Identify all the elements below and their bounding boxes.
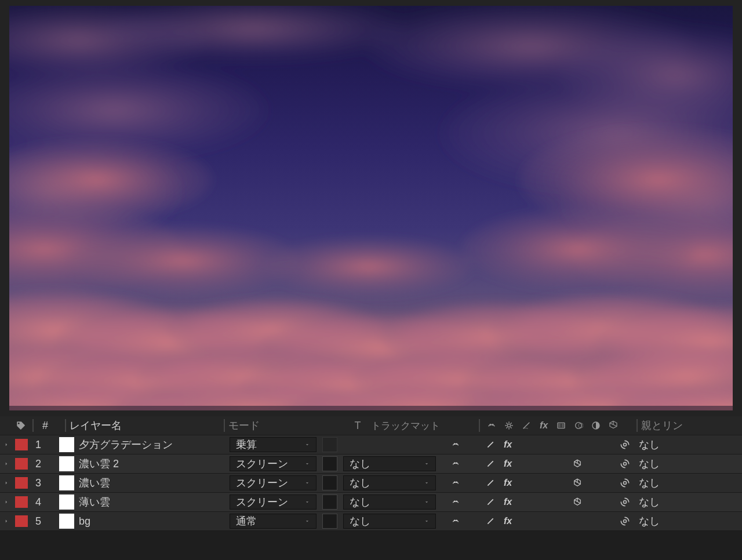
pickwhip-icon[interactable]	[618, 457, 632, 471]
track-matte-dropdown[interactable]: なし	[343, 514, 436, 529]
3d-switch[interactable]	[569, 494, 585, 510]
adjustment-switch[interactable]	[552, 437, 568, 452]
quality-switch[interactable]	[482, 514, 499, 529]
track-matte-column-header[interactable]: トラックマット	[371, 419, 475, 432]
mode-column-header[interactable]: モード	[228, 419, 344, 432]
adjustment-switch[interactable]	[552, 456, 568, 471]
collapse-switch[interactable]	[465, 456, 481, 471]
adjustment-switch[interactable]	[552, 514, 568, 529]
index-column-header[interactable]: #	[37, 420, 53, 432]
shy-switch[interactable]	[448, 494, 464, 510]
fx-switch[interactable]: fx	[500, 494, 516, 510]
track-matte-toggle[interactable]	[322, 494, 337, 510]
twirl-open-icon[interactable]	[0, 499, 13, 505]
track-matte-toggle[interactable]	[322, 437, 337, 452]
twirl-open-icon[interactable]	[0, 480, 13, 486]
motion-blur-switch[interactable]	[534, 437, 551, 452]
3d-switch[interactable]	[569, 514, 585, 529]
blend-mode-dropdown[interactable]: 乗算	[230, 437, 317, 452]
parent-value[interactable]: なし	[639, 438, 660, 452]
fx-switch[interactable]: fx	[500, 475, 516, 490]
3d-switch[interactable]	[569, 456, 585, 471]
track-matte-toggle[interactable]	[322, 514, 337, 529]
quality-switch[interactable]	[482, 437, 499, 452]
parent-column-header[interactable]: 親とリン	[641, 419, 734, 432]
layer-source-swatch[interactable]	[59, 514, 74, 529]
layer-row[interactable]: 3 濃い雲 スクリーン なし fx なし	[0, 474, 742, 493]
frame-blend-switch[interactable]	[517, 494, 533, 510]
shy-switch[interactable]	[448, 514, 464, 529]
layer-name[interactable]: 夕方グラデーション	[79, 438, 230, 452]
motion-blur-switch[interactable]	[534, 475, 551, 490]
layer-source-swatch[interactable]	[59, 456, 74, 471]
pickwhip-icon[interactable]	[618, 514, 632, 528]
layer-label-color[interactable]	[15, 515, 28, 527]
collapse-switch[interactable]	[465, 437, 481, 452]
blend-mode-dropdown[interactable]: スクリーン	[230, 494, 317, 510]
3d-switch[interactable]	[569, 437, 585, 452]
motion-blur-header-icon[interactable]	[570, 421, 587, 430]
parent-value[interactable]: なし	[639, 495, 660, 509]
track-matte-toggle[interactable]	[322, 475, 337, 490]
fx-switch[interactable]: fx	[500, 437, 516, 452]
layer-name[interactable]: bg	[79, 515, 230, 528]
frame-blend-switch[interactable]	[517, 437, 533, 452]
parent-value[interactable]: なし	[639, 476, 660, 490]
twirl-open-icon[interactable]	[0, 442, 13, 448]
blend-mode-dropdown[interactable]: 通常	[230, 514, 317, 529]
track-matte-toggle[interactable]	[322, 456, 337, 471]
fx-switch[interactable]: fx	[500, 456, 516, 471]
adjustment-header-icon[interactable]	[588, 421, 604, 430]
frame-blend-switch[interactable]	[517, 475, 533, 490]
motion-blur-switch[interactable]	[534, 456, 551, 471]
layer-label-color[interactable]	[15, 458, 28, 470]
3d-switch-header-icon[interactable]	[605, 420, 621, 431]
parent-value[interactable]: なし	[639, 514, 660, 528]
quality-switch[interactable]	[482, 475, 499, 490]
layer-row[interactable]: 1 夕方グラデーション 乗算 fx なし	[0, 435, 742, 454]
shy-switch[interactable]	[448, 437, 464, 452]
layer-name[interactable]: 薄い雲	[79, 495, 230, 509]
collapse-switch[interactable]	[465, 514, 481, 529]
track-matte-dropdown[interactable]: なし	[343, 456, 436, 471]
blend-mode-dropdown[interactable]: スクリーン	[230, 456, 317, 471]
layer-row[interactable]: 5 bg 通常 なし fx なし	[0, 512, 742, 531]
layer-source-swatch[interactable]	[59, 475, 74, 490]
fx-switch[interactable]: fx	[500, 514, 516, 529]
layer-source-swatch[interactable]	[59, 437, 74, 452]
collapse-switch[interactable]	[465, 475, 481, 490]
pickwhip-icon[interactable]	[618, 495, 632, 509]
fx-switch-header-icon[interactable]: fx	[536, 420, 552, 431]
frame-blend-switch[interactable]	[517, 514, 533, 529]
layer-row[interactable]: 2 濃い雲 2 スクリーン なし fx なし	[0, 454, 742, 474]
pickwhip-icon[interactable]	[618, 438, 632, 452]
motion-blur-switch[interactable]	[534, 494, 551, 510]
twirl-open-icon[interactable]	[0, 518, 13, 524]
layer-name[interactable]: 濃い雲 2	[79, 457, 230, 471]
layer-label-color[interactable]	[15, 477, 28, 489]
adjustment-switch[interactable]	[552, 475, 568, 490]
collapse-switch[interactable]	[465, 494, 481, 510]
frame-blend-header-icon[interactable]	[553, 421, 569, 430]
composition-preview[interactable]	[9, 6, 733, 410]
blend-mode-dropdown[interactable]: スクリーン	[230, 475, 317, 490]
label-column-icon[interactable]	[13, 420, 29, 431]
pickwhip-icon[interactable]	[618, 476, 632, 490]
adjustment-switch[interactable]	[552, 494, 568, 510]
layer-row[interactable]: 4 薄い雲 スクリーン なし fx なし	[0, 493, 742, 512]
layer-label-color[interactable]	[15, 496, 28, 508]
track-matte-t-header[interactable]: T	[355, 420, 361, 432]
quality-switch-header-icon[interactable]	[518, 421, 534, 430]
shy-switch-header-icon[interactable]	[483, 421, 500, 430]
track-matte-dropdown[interactable]: なし	[343, 494, 436, 510]
layer-name-column-header[interactable]: レイヤー名	[70, 419, 220, 432]
twirl-open-icon[interactable]	[0, 461, 13, 467]
collapse-switch-header-icon[interactable]	[501, 421, 517, 430]
quality-switch[interactable]	[482, 494, 499, 510]
parent-value[interactable]: なし	[639, 457, 660, 471]
layer-source-swatch[interactable]	[59, 494, 74, 510]
frame-blend-switch[interactable]	[517, 456, 533, 471]
quality-switch[interactable]	[482, 456, 499, 471]
layer-name[interactable]: 濃い雲	[79, 476, 230, 490]
layer-label-color[interactable]	[15, 439, 28, 450]
